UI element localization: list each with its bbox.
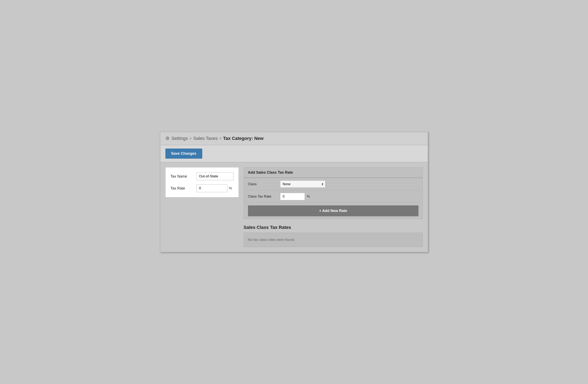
- add-new-rate-button[interactable]: + Add New Rate: [248, 205, 419, 216]
- main-content: Tax Name Tax Rate % Add Sales Class Tax …: [160, 162, 428, 252]
- tax-name-row: Tax Name: [170, 172, 233, 180]
- class-select[interactable]: None: [280, 180, 325, 188]
- class-tax-rate-input[interactable]: [280, 193, 305, 200]
- breadcrumb-current: Tax Category: New: [223, 136, 263, 141]
- class-select-row: Class None ⬍: [244, 178, 423, 190]
- tax-rate-row: Tax Rate %: [170, 184, 233, 192]
- breadcrumb-sep2: >: [219, 136, 222, 141]
- class-select-wrapper: None ⬍: [280, 180, 325, 188]
- breadcrumb-settings[interactable]: Settings: [171, 136, 188, 141]
- sales-rates-title: Sales Class Tax Rates: [244, 225, 423, 230]
- class-tax-input-group: %: [280, 193, 310, 200]
- toolbar: Save Changes: [160, 145, 428, 162]
- class-tax-rate-row: Class Tax Rate %: [244, 190, 423, 203]
- class-label: Class: [248, 182, 277, 186]
- gear-icon: ⚙: [165, 136, 169, 141]
- tax-rate-label: Tax Rate: [170, 186, 193, 191]
- breadcrumb-sep1: >: [189, 136, 192, 141]
- class-tax-rate-percent-symbol: %: [307, 194, 310, 199]
- sales-class-panel: Add Sales Class Tax Rate Class None ⬍: [244, 167, 423, 219]
- tax-form-panel: Tax Name Tax Rate %: [165, 167, 239, 197]
- sales-class-panel-title: Add Sales Class Tax Rate: [244, 168, 423, 178]
- class-table: Class None ⬍ Class Tax Rate: [244, 178, 423, 203]
- class-tax-rate-label: Class Tax Rate: [248, 194, 277, 199]
- tax-name-input[interactable]: [196, 172, 233, 180]
- breadcrumb: Settings > Sales Taxes > Tax Category: N…: [171, 136, 264, 141]
- rates-empty-box: No tax class rates were found.: [244, 233, 423, 247]
- breadcrumb-sales-taxes[interactable]: Sales Taxes: [193, 136, 218, 141]
- tax-name-label: Tax Name: [170, 174, 193, 179]
- breadcrumb-bar: ⚙ Settings > Sales Taxes > Tax Category:…: [160, 132, 428, 145]
- tax-rate-percent-symbol: %: [229, 186, 232, 190]
- page-container: ⚙ Settings > Sales Taxes > Tax Category:…: [160, 132, 428, 252]
- tax-rate-input[interactable]: [196, 184, 227, 192]
- right-panel: Add Sales Class Tax Rate Class None ⬍: [244, 167, 423, 247]
- save-button[interactable]: Save Changes: [165, 149, 202, 159]
- sales-rates-section: Sales Class Tax Rates No tax class rates…: [244, 225, 423, 247]
- rates-empty-message: No tax class rates were found.: [248, 238, 295, 242]
- tax-rate-input-group: %: [196, 184, 232, 192]
